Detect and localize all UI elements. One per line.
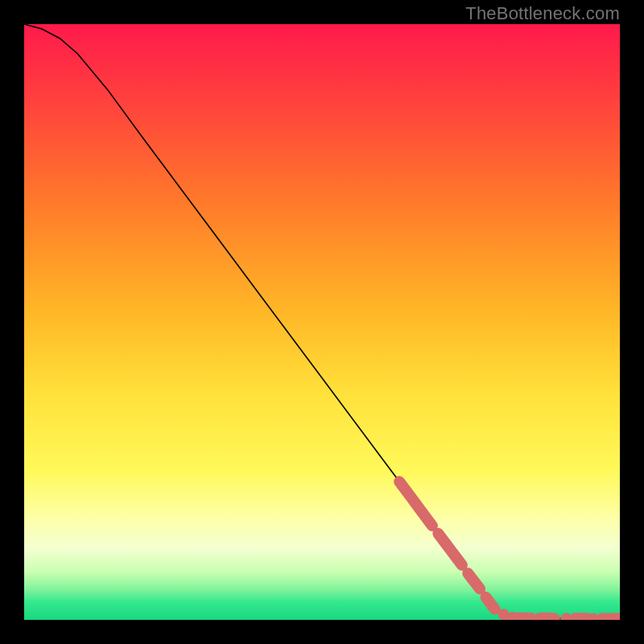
chart-stage: TheBottleneck.com — [0, 0, 644, 644]
chart-overlay — [24, 24, 620, 620]
marker-segment — [486, 597, 495, 609]
marker-layer — [399, 481, 620, 620]
marker-segment — [438, 534, 462, 565]
marker-point — [560, 613, 572, 620]
watermark-text: TheBottleneck.com — [465, 3, 620, 24]
plot-area — [24, 24, 620, 620]
marker-segment — [399, 481, 432, 526]
marker-segment — [468, 573, 480, 588]
bottleneck-curve — [24, 24, 620, 619]
